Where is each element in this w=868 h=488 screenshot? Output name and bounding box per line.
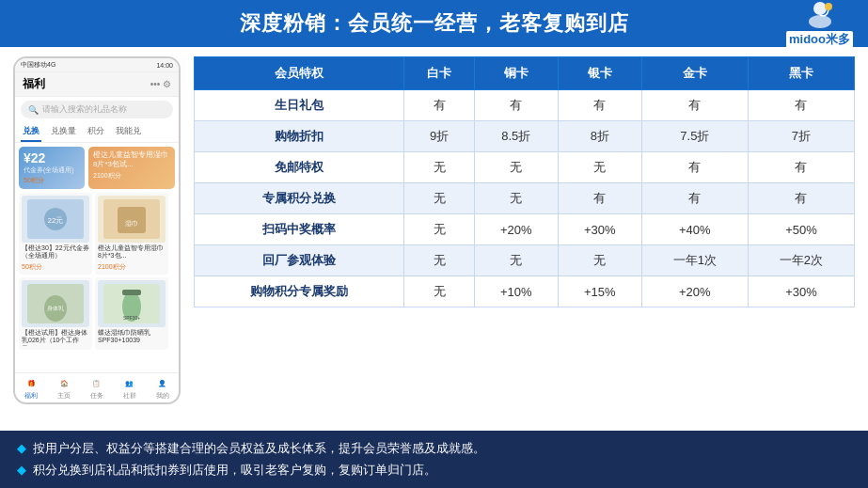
phone-bottom-nav: 🎁 福利 🏠 主页 📋 任务 👥 社群 👤 我的 bbox=[15, 372, 179, 402]
voucher-price-1: ¥22 bbox=[24, 150, 80, 165]
voucher-card-2: 橙达儿童益智专用湿巾8片*3包试... 2100积分 bbox=[88, 147, 175, 189]
tab-can-exchange[interactable]: 我能兑 bbox=[114, 122, 143, 142]
page-title: 深度粉销：会员统一经营，老客复购到店 bbox=[240, 11, 629, 35]
product-card-4: SPF30+ 蝶达湿纸巾防晒乳SPF30+10039 bbox=[95, 277, 168, 350]
main-content: 中国移动4G 14:00 福利 ••• ⚙ 🔍 请输入搜索的礼品名称 兑换 兑换… bbox=[0, 47, 868, 404]
bullet-icon-2: ◆ bbox=[17, 464, 26, 477]
logo-text: midoo米多 bbox=[786, 31, 853, 48]
phone-nav-title: 福利 bbox=[23, 76, 45, 92]
product-card-1: 22元 【橙达30】22元代金券（全场通用） 50积分 bbox=[19, 193, 92, 275]
table-body: 生日礼包有有有有有购物折扣9折8.5折8折7.5折7折免邮特权无无无有有专属积分… bbox=[195, 90, 855, 307]
voucher-sub-2: 橙达儿童益智专用湿巾8片*3包试... bbox=[93, 150, 170, 170]
search-icon: 🔍 bbox=[28, 105, 39, 115]
time-text: 14:00 bbox=[156, 62, 173, 69]
bottom-nav-me[interactable]: 👤 我的 bbox=[156, 377, 169, 401]
voucher-points-2: 2100积分 bbox=[93, 171, 170, 181]
cell-value: 无 bbox=[404, 152, 474, 183]
footer-text-2: ◆ 积分兑换到店礼品和抵扣券到店使用，吸引老客户复购，复购订单归门店。 bbox=[17, 460, 851, 481]
membership-table: 会员特权 白卡 铜卡 银卡 金卡 黑卡 生日礼包有有有有有购物折扣9折8.5折8… bbox=[194, 56, 855, 307]
bullet-icon-1: ◆ bbox=[17, 442, 26, 455]
svg-point-0 bbox=[813, 2, 827, 15]
cell-value: 有 bbox=[558, 90, 641, 121]
membership-table-area: 会员特权 白卡 铜卡 银卡 金卡 黑卡 生日礼包有有有有有购物折扣9折8.5折8… bbox=[194, 56, 855, 404]
cell-value: 无 bbox=[404, 183, 474, 214]
cell-value: 有 bbox=[748, 183, 854, 214]
cell-value: +30% bbox=[558, 214, 641, 245]
cell-value: 无 bbox=[474, 245, 558, 276]
voucher-sub-1: 代金券(全场通用) bbox=[24, 165, 80, 175]
cell-value: +30% bbox=[748, 276, 854, 307]
cell-feature: 回厂参观体验 bbox=[195, 245, 404, 276]
bottom-nav-home[interactable]: 🏠 主页 bbox=[57, 377, 71, 401]
th-silver: 银卡 bbox=[558, 57, 641, 90]
cell-value: 无 bbox=[474, 152, 558, 183]
cell-value: 一年1次 bbox=[641, 245, 748, 276]
cell-value: +50% bbox=[748, 214, 854, 245]
cell-feature: 专属积分兑换 bbox=[195, 183, 404, 214]
table-row: 购物折扣9折8.5折8折7.5折7折 bbox=[195, 121, 855, 152]
product-card-3: 身体乳 【橙达试用】橙达身体乳026片（10个工作日...) bbox=[19, 277, 92, 350]
cell-value: +20% bbox=[641, 276, 748, 307]
cell-value: 8.5折 bbox=[474, 121, 558, 152]
product-pts-2: 2100积分 bbox=[98, 262, 166, 272]
cell-value: 有 bbox=[641, 90, 748, 121]
svg-text:SPF30+: SPF30+ bbox=[123, 315, 140, 321]
welfare-icon: 🎁 bbox=[24, 377, 38, 390]
product-img-3: 身体乳 bbox=[22, 280, 89, 327]
cell-value: 9折 bbox=[404, 121, 474, 152]
cell-value: +10% bbox=[474, 276, 558, 307]
task-icon: 📋 bbox=[90, 377, 103, 390]
cell-value: 无 bbox=[558, 152, 641, 183]
cell-value: 有 bbox=[641, 183, 748, 214]
phone-nav-icons: ••• ⚙ bbox=[150, 79, 171, 89]
tab-exchange-count[interactable]: 兑换量 bbox=[49, 122, 78, 142]
table-row: 生日礼包有有有有有 bbox=[195, 90, 855, 121]
product-title-4: 蝶达湿纸巾防晒乳SPF30+10039 bbox=[98, 329, 166, 346]
cell-value: 有 bbox=[748, 90, 854, 121]
table-row: 专属积分兑换无无有有有 bbox=[195, 183, 855, 214]
cell-value: 无 bbox=[404, 214, 474, 245]
cell-value: 有 bbox=[748, 152, 854, 183]
bottom-nav-welfare[interactable]: 🎁 福利 bbox=[24, 377, 38, 401]
phone-tabs: 兑换 兑换量 积分 我能兑 bbox=[15, 122, 179, 143]
table-row: 扫码中奖概率无+20%+30%+40%+50% bbox=[195, 214, 855, 245]
cell-value: +15% bbox=[558, 276, 641, 307]
tab-points[interactable]: 积分 bbox=[86, 122, 106, 142]
product-title-3: 【橙达试用】橙达身体乳026片（10个工作日...) bbox=[22, 329, 89, 346]
th-feature: 会员特权 bbox=[195, 57, 404, 90]
cell-feature: 购物积分专属奖励 bbox=[195, 276, 404, 307]
product-img-1: 22元 bbox=[22, 196, 89, 243]
cell-feature: 扫码中奖概率 bbox=[195, 214, 404, 245]
cell-value: 7.5折 bbox=[641, 121, 748, 152]
cell-value: +20% bbox=[474, 214, 558, 245]
th-white: 白卡 bbox=[404, 57, 474, 90]
bottom-nav-community[interactable]: 👥 社群 bbox=[123, 377, 136, 401]
search-placeholder-text: 请输入搜索的礼品名称 bbox=[42, 103, 127, 116]
midoo-logo-icon bbox=[800, 0, 840, 29]
th-black: 黑卡 bbox=[748, 57, 854, 90]
phone-vouchers: ¥22 代金券(全场通用) 50积分 橙达儿童益智专用湿巾8片*3包试... 2… bbox=[15, 145, 179, 191]
table-row: 购物积分专属奖励无+10%+15%+20%+30% bbox=[195, 276, 855, 307]
cell-feature: 购物折扣 bbox=[195, 121, 404, 152]
cell-feature: 生日礼包 bbox=[195, 90, 404, 121]
phone-products: 22元 【橙达30】22元代金券（全场通用） 50积分 湿巾 橙达儿童益智专用湿… bbox=[15, 191, 179, 352]
cell-value: 无 bbox=[558, 245, 641, 276]
footer-line-1: 按用户分层、权益分等搭建合理的会员权益及成长体系，提升会员荣誉感及成就感。 bbox=[33, 442, 485, 455]
svg-text:22元: 22元 bbox=[48, 216, 64, 225]
phone-mockup: 中国移动4G 14:00 福利 ••• ⚙ 🔍 请输入搜索的礼品名称 兑换 兑换… bbox=[13, 56, 181, 404]
product-img-2: 湿巾 bbox=[98, 196, 166, 243]
bottom-nav-task[interactable]: 📋 任务 bbox=[90, 377, 103, 401]
voucher-card-1: ¥22 代金券(全场通用) 50积分 bbox=[19, 147, 85, 189]
svg-rect-14 bbox=[122, 290, 141, 295]
svg-point-1 bbox=[809, 15, 831, 28]
svg-text:身体乳: 身体乳 bbox=[47, 306, 64, 311]
tab-exchange[interactable]: 兑换 bbox=[21, 122, 41, 142]
table-row: 免邮特权无无无有有 bbox=[195, 152, 855, 183]
table-header-row: 会员特权 白卡 铜卡 银卡 金卡 黑卡 bbox=[195, 57, 855, 90]
table-row: 回厂参观体验无无无一年1次一年2次 bbox=[195, 245, 855, 276]
product-card-2: 湿巾 橙达儿童益智专用湿巾8片*3包... 2100积分 bbox=[95, 193, 168, 275]
phone-search-bar[interactable]: 🔍 请输入搜索的礼品名称 bbox=[21, 101, 173, 118]
product-title-2: 橙达儿童益智专用湿巾8片*3包... bbox=[98, 244, 166, 261]
phone-status-bar: 中国移动4G 14:00 bbox=[15, 58, 179, 72]
cell-value: 无 bbox=[404, 245, 474, 276]
